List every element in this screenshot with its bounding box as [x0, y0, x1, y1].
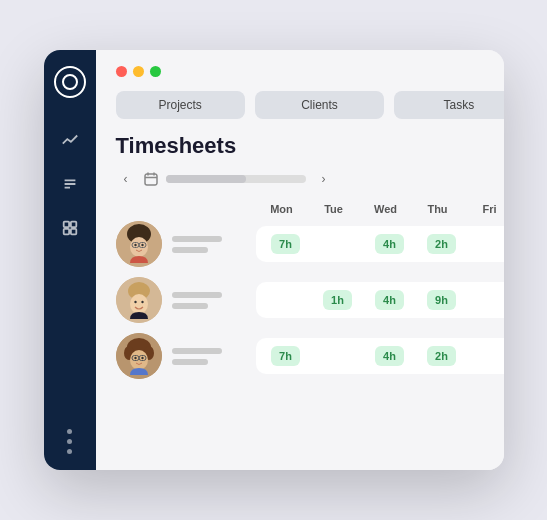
hour-badge: 4h — [375, 346, 404, 366]
hour-badge: 7h — [271, 346, 300, 366]
hour-badge: 2h — [427, 346, 456, 366]
hour-cell-thu-3: 2h — [416, 346, 468, 366]
tab-clients[interactable]: Clients — [255, 91, 384, 119]
day-header-fri: Fri — [464, 203, 504, 215]
hour-cell-wed-2: 4h — [364, 290, 416, 310]
svg-point-29 — [134, 357, 136, 359]
person-role-line — [172, 303, 208, 309]
table-row: 1h 4h 9h — [116, 277, 504, 323]
avatar — [116, 333, 162, 379]
sidebar-icon-chart[interactable] — [52, 122, 88, 158]
calendar-prev[interactable]: ‹ — [116, 169, 136, 189]
logo-inner — [62, 74, 78, 90]
maximize-button[interactable] — [150, 66, 161, 77]
person-info — [116, 333, 256, 379]
sidebar-dot-3 — [67, 449, 72, 454]
person-lines — [172, 348, 222, 365]
day-header-tue: Tue — [308, 203, 360, 215]
person-role-line — [172, 359, 208, 365]
hour-badge: 4h — [375, 290, 404, 310]
table-row: 7h 4h 2h — [116, 221, 504, 267]
page-title: Timesheets — [116, 133, 504, 159]
person-info — [116, 277, 256, 323]
svg-point-14 — [134, 244, 136, 246]
hour-badge: 9h — [427, 290, 456, 310]
calendar-bar — [166, 175, 306, 183]
hour-cell-mon-2 — [260, 290, 312, 310]
day-header-mon: Mon — [256, 203, 308, 215]
svg-point-22 — [134, 301, 136, 303]
sidebar-dot-2 — [67, 439, 72, 444]
day-headers: Mon Tue Wed Thu Fri — [116, 203, 504, 215]
hour-cell-fri-2 — [468, 290, 504, 310]
hour-cell-tue-2: 1h — [312, 290, 364, 310]
close-button[interactable] — [116, 66, 127, 77]
person-info — [116, 221, 256, 267]
hour-cell-wed-3: 4h — [364, 346, 416, 366]
main-content: Projects Clients Tasks Timesheets ‹ › M — [96, 50, 504, 470]
person-lines — [172, 236, 222, 253]
sidebar-icon-list[interactable] — [52, 166, 88, 202]
hour-cell-mon-3: 7h — [260, 346, 312, 366]
minimize-button[interactable] — [133, 66, 144, 77]
hour-badge: 2h — [427, 234, 456, 254]
sidebar-dot-1 — [67, 429, 72, 434]
calendar-range — [166, 175, 246, 183]
hour-cell-tue-1 — [312, 234, 364, 254]
hour-cell-wed-1: 4h — [364, 234, 416, 254]
svg-point-15 — [141, 244, 143, 246]
hour-badge: 1h — [323, 290, 352, 310]
sidebar-logo — [54, 66, 86, 98]
svg-point-30 — [141, 357, 143, 359]
window-controls — [116, 66, 504, 77]
sidebar-icon-grid[interactable] — [52, 210, 88, 246]
avatar-face-2 — [116, 277, 162, 323]
tab-projects[interactable]: Projects — [116, 91, 245, 119]
person-name-line — [172, 348, 222, 354]
row-hours-2: 1h 4h 9h — [256, 282, 504, 318]
svg-rect-4 — [70, 222, 75, 227]
row-hours-3: 7h 4h 2h — [256, 338, 504, 374]
hour-cell-thu-1: 2h — [416, 234, 468, 254]
app-window: Projects Clients Tasks Timesheets ‹ › M — [44, 50, 504, 470]
avatar — [116, 221, 162, 267]
svg-rect-3 — [63, 222, 68, 227]
avatar — [116, 277, 162, 323]
hour-cell-mon-1: 7h — [260, 234, 312, 254]
avatar-face-1 — [116, 221, 162, 267]
svg-rect-6 — [70, 229, 75, 234]
person-lines — [172, 292, 222, 309]
hour-badge: 4h — [375, 234, 404, 254]
calendar-nav: ‹ › — [116, 169, 504, 189]
tab-tasks[interactable]: Tasks — [394, 91, 503, 119]
svg-rect-7 — [145, 174, 157, 185]
svg-point-21 — [130, 294, 148, 314]
avatar-face-3 — [116, 333, 162, 379]
timesheet-grid: Mon Tue Wed Thu Fri — [116, 203, 504, 389]
calendar-icon — [144, 172, 158, 186]
hour-badge: 7h — [271, 234, 300, 254]
calendar-next[interactable]: › — [314, 169, 334, 189]
day-header-thu: Thu — [412, 203, 464, 215]
top-tabs: Projects Clients Tasks — [116, 91, 504, 119]
row-hours-1: 7h 4h 2h — [256, 226, 504, 262]
person-role-line — [172, 247, 208, 253]
svg-rect-5 — [63, 229, 68, 234]
person-name-line — [172, 292, 222, 298]
svg-point-23 — [141, 301, 143, 303]
hour-cell-tue-3 — [312, 346, 364, 366]
hour-cell-thu-2: 9h — [416, 290, 468, 310]
table-row: 7h 4h 2h — [116, 333, 504, 379]
day-header-wed: Wed — [360, 203, 412, 215]
hour-cell-fri-3 — [468, 346, 504, 366]
hour-cell-fri-1 — [468, 234, 504, 254]
sidebar — [44, 50, 96, 470]
person-name-line — [172, 236, 222, 242]
sidebar-dots — [67, 429, 72, 454]
